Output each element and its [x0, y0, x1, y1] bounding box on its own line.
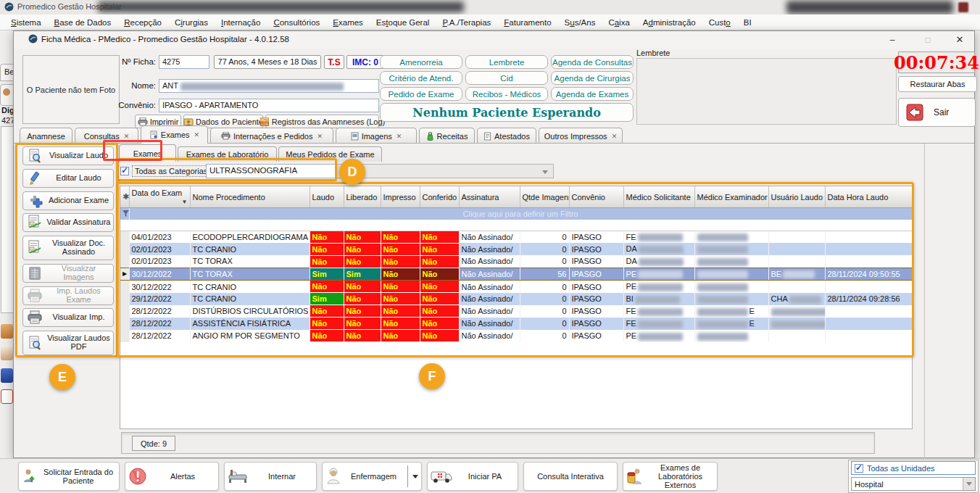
sidebar-button-visualizar-laudo[interactable]: Visualizar Laudo	[22, 146, 114, 165]
categoria-edit[interactable]: ULTRASSONOGRAFIA	[206, 164, 336, 178]
sidebar-button-visualizar-imp-[interactable]: Visualizar Imp.	[22, 308, 114, 327]
phone-person-icon[interactable]	[1, 324, 13, 339]
menu-item-custo[interactable]: Custo	[702, 18, 737, 27]
menu-item-cirurgias[interactable]: Cirurgias	[168, 18, 215, 27]
toolbar-button-alertas[interactable]: Alertas	[125, 462, 219, 491]
tab-close-icon[interactable]: ✕	[396, 133, 402, 140]
restaurar-abas-button[interactable]: Restaurar Abas	[898, 76, 977, 92]
red-pencil-icon[interactable]	[1, 389, 13, 404]
quick-button-recibos-m-dicos[interactable]: Recibos - Médicos	[465, 87, 548, 101]
column-header-qtde-imagens[interactable]: Qtde Imagens	[520, 186, 569, 208]
exam-table[interactable]: ✱Data do Exam▼Nome ProcedimentoLaudoLibe…	[120, 186, 913, 342]
exam-row-3[interactable]: ▶30/12/2022TC TORAXSimSimNãoNãoNão Assin…	[120, 268, 912, 281]
column-header-nome-procedimento[interactable]: Nome Procedimento	[190, 186, 310, 208]
exam-row-7[interactable]: 28/12/2022ASSISTÊNCIA FISIÁTRICANãoNãoNã…	[120, 318, 912, 330]
menu-item-bi[interactable]: BI	[737, 18, 758, 27]
minimize-button[interactable]: –	[881, 33, 903, 47]
exam-row-4[interactable]: 30/12/2022TC CRANIONãoNãoNãoNãoNão Assin…	[120, 281, 912, 293]
sidebar-button-adicionar-exame[interactable]: Adicionar Exame	[22, 191, 114, 210]
todas-unidades-row[interactable]: Todas as Unidades	[851, 461, 976, 475]
toolbar-button-internar[interactable]: Internar	[224, 462, 317, 491]
menu-item-sistema[interactable]: Sistema	[4, 18, 48, 27]
sidebar-button-visualizar-imagens[interactable]: Visualizar Imagens	[22, 264, 114, 283]
tab-atestados[interactable]: Atestados	[477, 128, 536, 144]
menu-item-p-a-terapias[interactable]: P.A./Terapias	[436, 18, 497, 27]
todas-unidades-checkbox[interactable]	[855, 464, 863, 473]
quick-button-amenorreia[interactable]: Amenorreia	[380, 55, 462, 69]
toolbar-button-consulta-interativa[interactable]: Consulta Interativa	[523, 462, 618, 491]
quick-button-cid[interactable]: Cid	[465, 71, 548, 85]
exam-row-6[interactable]: 28/12/2022DISTÚRBIOS CIRCULATÓRIOSNãoNão…	[120, 305, 912, 318]
toolbar-button-solicitar-entrada-do-paciente[interactable]: Solicitar Entrada do Paciente	[18, 462, 120, 491]
column-header-m-dico-solicitante[interactable]: Médico Solicitante	[623, 186, 694, 208]
menu-item-estoque-geral[interactable]: Estoque Geral	[370, 18, 436, 27]
window-titlebar[interactable]: Ficha Médica - PMedico - Promedico Gestã…	[14, 31, 974, 49]
column-header-conferido[interactable]: Conferido	[420, 186, 459, 208]
chevron-down-icon[interactable]	[963, 478, 975, 490]
tab-imagens[interactable]: Imagens✕	[336, 128, 417, 144]
column-header-data-do-exam[interactable]: Data do Exam▼	[129, 186, 190, 208]
sidebar-button-imp-laudos-exame[interactable]: Imp. Laudos Exame	[22, 286, 114, 305]
unidade-select[interactable]: Hospital	[851, 477, 976, 491]
column-header-liberado[interactable]: Liberado	[344, 186, 381, 208]
imc-box[interactable]: IMC: 0	[346, 55, 384, 69]
column-header-laudo[interactable]: Laudo	[310, 186, 344, 208]
tab-receitas[interactable]: Receitas	[419, 128, 475, 144]
exam-row-8[interactable]: 28/12/2022ANGIO RM POR SEGMENTONãoNãoNão…	[120, 330, 912, 342]
column-header-m-dico-examinador[interactable]: Médico Examinador	[694, 186, 768, 208]
sidebar-button-validar-assinatura[interactable]: Validar Assinatura	[22, 213, 114, 232]
column-header-assinatura[interactable]: Assinatura	[459, 186, 520, 208]
tab-close-icon[interactable]: ✕	[194, 131, 200, 138]
menu-item-sus-ans[interactable]: Sus/Ans	[558, 18, 602, 27]
exam-row-0[interactable]: 04/01/2023ECODOPPLERCARDIOGRAMANãoNãoNão…	[120, 231, 912, 243]
subtab-exames-de-laborat-rio[interactable]: Exames de Laboratório	[178, 146, 277, 162]
tab-consultas[interactable]: Consultas✕	[75, 128, 138, 144]
sidebar-button-editar-laudo[interactable]: Editar Laudo	[22, 169, 114, 188]
background-tab-patient[interactable]	[0, 84, 14, 106]
exam-row-5[interactable]: 29/12/2022TC CRANIOSimNãoNãoNãoNão Assin…	[120, 293, 912, 305]
quick-button-agenda-de-exames[interactable]: Agenda de Exames	[551, 87, 634, 101]
categoria-combobox[interactable]	[336, 164, 554, 178]
todas-categorias-checkbox[interactable]	[120, 167, 129, 175]
menu-item-administra-o[interactable]: Administração	[636, 18, 702, 27]
menu-item-recep-o[interactable]: Recepção	[117, 18, 168, 27]
menu-item-interna-o[interactable]: Internação	[215, 18, 267, 27]
quick-button-agenda-de-consultas[interactable]: Agenda de Consultas	[551, 55, 634, 69]
column-header-data-hora-laudo[interactable]: Data Hora Laudo	[825, 186, 912, 208]
tab-close-icon[interactable]: ✕	[317, 133, 323, 140]
toolbar-button-enfermagem[interactable]: Enfermagem	[322, 462, 422, 491]
menu-item-exames[interactable]: Exames	[326, 18, 370, 27]
quick-button-lembrete[interactable]: Lembrete	[465, 55, 548, 69]
sidebar-button-visualizar-doc-assinado[interactable]: Visualizar Doc. Assinado	[22, 236, 114, 260]
blue-tool-icon[interactable]	[1, 368, 13, 383]
column-header-indicator[interactable]: ✱	[120, 186, 129, 208]
tab-close-icon[interactable]: ✕	[612, 133, 618, 140]
menu-item-caixa[interactable]: Caixa	[602, 18, 636, 27]
maximize-button[interactable]: □	[917, 33, 939, 47]
tab-exames[interactable]: Exames✕	[141, 125, 208, 144]
quick-button-crit-rio-de-atend-[interactable]: Critério de Atend.	[380, 71, 462, 85]
toolbar-button-exames-de-laborat-rios-externos[interactable]: Exames de Laboratórios Externos	[623, 462, 718, 491]
menu-item-faturamento[interactable]: Faturamento	[497, 18, 557, 27]
subtab-meus-pedidos-de-exame[interactable]: Meus Pedidos de Exame	[278, 146, 382, 162]
exam-row-1[interactable]: 02/01/2023TC CRANIONãoNãoNãoNãoNão Assin…	[120, 243, 912, 255]
close-button[interactable]: ✕	[949, 33, 971, 47]
sidebar-button-visualizar-laudos-pdf[interactable]: Visualizar Laudos PDF	[22, 331, 114, 355]
column-header-usu-rio-laudo[interactable]: Usuário Laudo	[768, 186, 825, 208]
column-header-impresso[interactable]: Impresso	[381, 186, 420, 208]
tab-close-icon[interactable]: ✕	[124, 133, 130, 140]
menu-item-consult-rios[interactable]: Consultórios	[267, 18, 326, 27]
blood-type-box[interactable]: T.S	[324, 55, 344, 69]
ficha-field[interactable]: 4275	[159, 55, 209, 69]
filter-hint-row[interactable]: Clique aqui para definir um Filtro	[129, 208, 912, 220]
menu-item-base-de-dados[interactable]: Base de Dados	[48, 18, 118, 27]
toolbar-button-iniciar-pa[interactable]: Iniciar PA	[427, 462, 518, 491]
lembrete-panel[interactable]	[636, 58, 897, 125]
exam-row-2[interactable]: 02/01/2023TC TORAXNãoNãoNãoNãoNão Assina…	[120, 255, 912, 268]
tab-outros-impressos[interactable]: Outros Impressos✕	[539, 128, 623, 144]
quick-button-pedido-de-exame[interactable]: Pedido de Exame	[380, 87, 462, 101]
quick-button-agenda-de-cirurgias[interactable]: Agenda de Cirurgias	[551, 71, 634, 85]
convenio-field[interactable]: IPASGO - APARTAMENTO	[159, 99, 379, 112]
nome-field[interactable]: ANT	[159, 79, 379, 93]
tab-interna-es-e-pedidos[interactable]: Internações e Pedidos✕	[210, 128, 333, 144]
